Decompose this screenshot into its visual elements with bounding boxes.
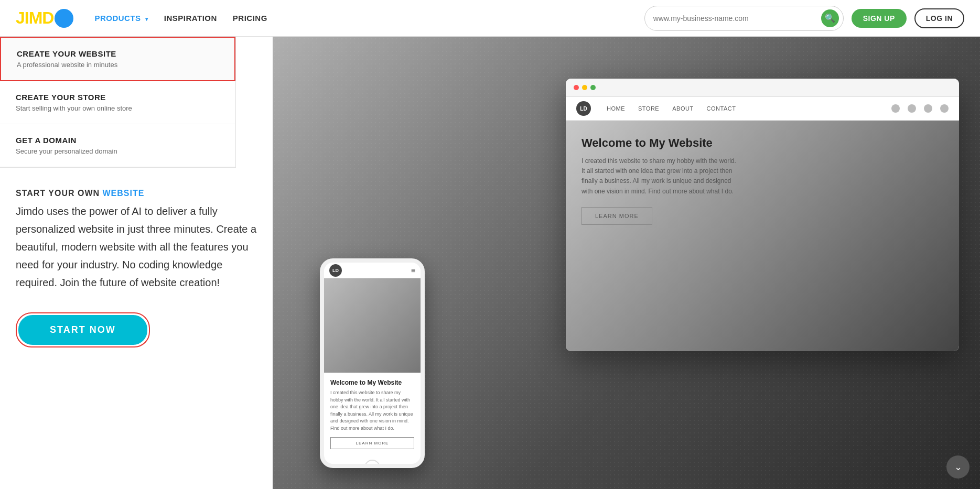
chevron-down-icon: ▾ bbox=[145, 16, 148, 22]
tagline: START YOUR OWN WEBSITE bbox=[16, 189, 257, 198]
search-input[interactable] bbox=[653, 14, 821, 23]
window-maximize-dot bbox=[590, 85, 596, 90]
mobile-hero-image bbox=[324, 278, 421, 373]
dropdown-item-store-subtitle: Start selling with your own online store bbox=[16, 104, 220, 112]
desktop-nav: LD HOME STORE ABOUT CONTACT bbox=[566, 97, 959, 121]
dropdown-item-website-subtitle: A professional website in minutes bbox=[17, 61, 219, 69]
chevron-down-icon: ⌄ bbox=[954, 461, 962, 473]
desktop-nav-contact: CONTACT bbox=[707, 105, 736, 112]
mobile-logo: LD bbox=[329, 264, 342, 277]
signup-button[interactable]: SIGN UP bbox=[852, 9, 907, 28]
social-icon-3 bbox=[924, 104, 932, 113]
window-close-dot bbox=[574, 85, 579, 90]
mobile-mockup: LD ≡ Welcome to My Website I created thi… bbox=[320, 258, 425, 468]
nav-products[interactable]: PRODUCTS ▾ bbox=[94, 14, 148, 23]
desktop-nav-home: HOME bbox=[607, 105, 625, 112]
desktop-mockup: LD HOME STORE ABOUT CONTACT Welcome to M… bbox=[566, 79, 959, 351]
start-now-button[interactable]: START NOW bbox=[18, 315, 147, 345]
login-button[interactable]: LOG IN bbox=[914, 8, 964, 28]
desktop-learn-more-button[interactable]: LEARN MORE bbox=[581, 207, 652, 225]
desktop-top-bar bbox=[566, 79, 959, 97]
mobile-hero-content: Welcome to My Website I created this web… bbox=[324, 373, 421, 455]
search-button[interactable]: 🔍 bbox=[821, 9, 839, 27]
dropdown-item-website[interactable]: CREATE YOUR WEBSITE A professional websi… bbox=[0, 37, 235, 81]
dropdown-item-store[interactable]: CREATE YOUR STORE Start selling with you… bbox=[0, 81, 235, 124]
desktop-hero-text: I created this website to share my hobby… bbox=[581, 156, 739, 197]
tagline-website: WEBSITE bbox=[103, 189, 145, 198]
start-now-wrapper: START NOW bbox=[16, 312, 150, 347]
mobile-home-button[interactable] bbox=[364, 460, 380, 468]
desktop-social bbox=[891, 104, 949, 113]
window-minimize-dot bbox=[582, 85, 587, 90]
description: Jimdo uses the power of AI to deliver a … bbox=[16, 202, 257, 291]
desktop-hero: Welcome to My Website I created this web… bbox=[566, 121, 959, 351]
dropdown-item-domain-title: GET A DOMAIN bbox=[16, 136, 220, 145]
nav-inspiration[interactable]: INSPIRATION bbox=[164, 14, 217, 23]
dropdown-item-domain[interactable]: GET A DOMAIN Secure your personalized do… bbox=[0, 124, 235, 167]
dropdown-item-store-title: CREATE YOUR STORE bbox=[16, 93, 220, 102]
mobile-hero-title: Welcome to My Website bbox=[330, 379, 414, 386]
mobile-menu-icon: ≡ bbox=[411, 266, 415, 275]
social-icon-2 bbox=[908, 104, 916, 113]
tagline-own: START YOUR OWN bbox=[16, 189, 103, 198]
logo-text: JIM bbox=[16, 8, 42, 28]
products-dropdown: CREATE YOUR WEBSITE A professional websi… bbox=[0, 37, 236, 168]
header-right: 🔍 SIGN UP LOG IN bbox=[644, 6, 964, 31]
dropdown-item-domain-subtitle: Secure your personalized domain bbox=[16, 147, 220, 155]
desktop-nav-about: ABOUT bbox=[672, 105, 693, 112]
mobile-learn-more-button[interactable]: LEARN MORE bbox=[330, 437, 414, 449]
desktop-nav-store: STORE bbox=[638, 105, 659, 112]
search-icon: 🔍 bbox=[825, 13, 835, 23]
mobile-status-bar: LD ≡ bbox=[324, 263, 421, 278]
desktop-hero-content: Welcome to My Website I created this web… bbox=[581, 136, 739, 225]
nav-pricing[interactable]: PRICING bbox=[233, 14, 267, 23]
right-panel: LD HOME STORE ABOUT CONTACT Welcome to M… bbox=[273, 37, 980, 489]
desktop-logo: LD bbox=[576, 101, 591, 116]
search-bar: 🔍 bbox=[644, 6, 844, 31]
main-nav: PRODUCTS ▾ INSPIRATION PRICING bbox=[94, 14, 267, 23]
logo[interactable]: JIMD bbox=[16, 8, 73, 28]
mobile-hero-text: I created this website to share my hobby… bbox=[330, 389, 414, 432]
social-icon-4 bbox=[940, 104, 949, 113]
dropdown-item-website-title: CREATE YOUR WEBSITE bbox=[17, 49, 219, 58]
social-icon-1 bbox=[891, 104, 900, 113]
header: JIMD PRODUCTS ▾ INSPIRATION PRICING 🔍 SI… bbox=[0, 0, 980, 37]
scroll-down-button[interactable]: ⌄ bbox=[946, 455, 970, 479]
logo-circle bbox=[55, 9, 73, 28]
desktop-hero-title: Welcome to My Website bbox=[581, 136, 739, 150]
